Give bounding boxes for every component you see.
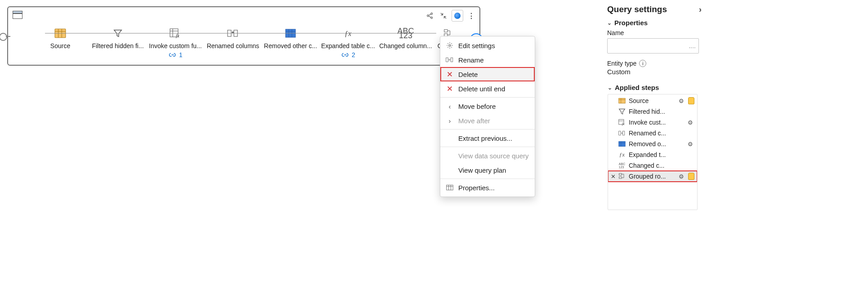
svg-rect-36 [619, 131, 621, 135]
menu-rename[interactable]: Rename [440, 53, 535, 67]
svg-point-0 [427, 15, 429, 17]
step-filtered-hidden[interactable]: Filtered hidden fi... [89, 27, 147, 49]
svg-rect-26 [447, 185, 453, 190]
applied-step-invoke-custom[interactable]: fx Invoke cust... ⚙ [608, 117, 697, 128]
menu-extract-previous[interactable]: Extract previous... [440, 131, 535, 145]
menu-label: Properties... [458, 184, 495, 192]
info-icon[interactable]: i [639, 60, 646, 67]
query-output-icon[interactable] [13, 11, 22, 19]
step-label: Source [629, 97, 675, 104]
chevron-left-icon: ‹ [446, 102, 454, 110]
more-icon[interactable]: ⋮ [466, 10, 477, 21]
applied-steps-list: Source ⚙ Filtered hid... fx Invoke cust.… [608, 94, 698, 210]
table-icon [618, 97, 626, 105]
menu-edit-settings[interactable]: Edit settings [440, 38, 535, 53]
step-label: Invoke cust... [629, 119, 684, 126]
blank-icon [446, 152, 454, 160]
step-label: Changed c... [629, 162, 694, 169]
gear-icon[interactable]: ⚙ [677, 172, 685, 180]
step-label: Removed o... [629, 140, 684, 148]
entity-type-label: Entity type i [607, 60, 702, 67]
rename-icon [618, 129, 626, 137]
menu-separator [440, 129, 535, 130]
applied-step-changed-column[interactable]: ABC123 Changed c... [608, 160, 697, 171]
menu-label: View query plan [458, 166, 506, 174]
svg-rect-30 [619, 98, 625, 103]
step-removed-other[interactable]: Removed other c... [262, 27, 319, 49]
diagram-start-line [6, 36, 10, 37]
applied-step-filtered-hidden[interactable]: Filtered hid... [608, 106, 697, 117]
applied-step-source[interactable]: Source ⚙ [608, 95, 697, 106]
step-label: Removed other c... [264, 42, 317, 49]
query-diagram-canvas: ⋮ Source Filtered hidden fi... fx Invoke… [7, 6, 480, 66]
share-icon[interactable] [425, 10, 435, 21]
step-source[interactable]: Source [31, 27, 89, 49]
entity-type-value: Custom [607, 68, 702, 76]
caret-down-icon: ⌄ [608, 85, 612, 91]
step-label: Expanded table c... [321, 42, 375, 49]
menu-separator [440, 179, 535, 179]
gear-icon[interactable]: ⚙ [677, 97, 685, 105]
menu-delete-until-end[interactable]: Delete until end [440, 81, 535, 96]
filter-icon [618, 107, 626, 116]
gear-icon [446, 41, 454, 49]
name-input[interactable] [607, 38, 699, 54]
panel-title-text: Query settings [607, 4, 667, 14]
steps-row: Source Filtered hidden fi... fx Invoke c… [31, 27, 499, 58]
collapse-icon[interactable] [438, 10, 449, 21]
svg-point-2 [431, 17, 433, 19]
link-badge[interactable]: 2 [341, 51, 355, 58]
applied-step-removed-other[interactable]: Removed o... ⚙ [608, 139, 697, 149]
menu-separator [440, 97, 535, 98]
step-label: Renamed c... [629, 130, 694, 137]
diagram-start-handle[interactable] [0, 33, 7, 41]
svg-rect-38 [619, 141, 625, 146]
properties-section-toggle[interactable]: ⌄ Properties [607, 19, 702, 27]
step-changed-column[interactable]: ABC123 Changed column... [377, 27, 434, 49]
chevron-right-icon[interactable]: › [699, 5, 702, 14]
chevron-right-icon: › [446, 116, 454, 125]
menu-separator [440, 147, 535, 147]
table-blue-icon [618, 140, 626, 148]
step-renamed-columns[interactable]: Renamed columns [204, 27, 262, 49]
step-expanded-table[interactable]: ƒx Expanded table c... 2 [319, 27, 377, 58]
menu-properties[interactable]: Properties... [440, 180, 535, 195]
step-label: Invoke custom fu... [149, 42, 202, 49]
menu-label: Delete until end [458, 85, 505, 93]
step-label: Expanded t... [629, 151, 694, 158]
database-icon [688, 173, 694, 180]
name-label: Name [607, 29, 702, 36]
step-label: Source [50, 42, 70, 49]
table-icon [446, 184, 454, 192]
svg-point-1 [431, 13, 433, 15]
menu-label: Rename [458, 56, 484, 64]
menu-label: Move before [458, 103, 496, 110]
fx-icon: ƒx [618, 151, 626, 159]
svg-rect-20 [444, 30, 447, 32]
applied-step-grouped-rows[interactable]: ✕ Grouped ro... ⚙ [608, 171, 697, 182]
rename-icon [446, 56, 454, 64]
menu-move-before[interactable]: ‹ Move before [440, 99, 535, 113]
dataverse-icon[interactable] [452, 10, 463, 22]
applied-steps-section-toggle[interactable]: ⌄ Applied steps [608, 84, 702, 91]
svg-rect-42 [619, 177, 622, 179]
applied-step-expanded-table[interactable]: ƒx Expanded t... [608, 149, 697, 160]
menu-view-query-plan[interactable]: View query plan [440, 163, 535, 177]
gear-icon[interactable]: ⚙ [686, 140, 694, 148]
gear-icon[interactable]: ⚙ [686, 118, 694, 126]
step-invoke-custom[interactable]: fx Invoke custom fu... 1 [147, 27, 204, 58]
menu-label: Move after [458, 117, 490, 125]
step-label: Changed column... [379, 42, 432, 49]
svg-rect-37 [622, 131, 624, 135]
applied-step-renamed-columns[interactable]: Renamed c... [608, 128, 697, 139]
abc123-icon: ABC123 [618, 161, 626, 170]
delete-step-icon[interactable]: ✕ [610, 173, 616, 180]
query-settings-panel: Query settings › ⌄ Properties Name Entit… [607, 4, 702, 210]
blank-icon [446, 166, 454, 174]
menu-label: Edit settings [458, 42, 495, 49]
step-label: Filtered hidden fi... [92, 42, 143, 49]
svg-point-23 [449, 45, 451, 46]
link-badge[interactable]: 1 [168, 51, 183, 58]
menu-delete[interactable]: Delete [440, 67, 535, 81]
svg-line-4 [429, 16, 431, 18]
